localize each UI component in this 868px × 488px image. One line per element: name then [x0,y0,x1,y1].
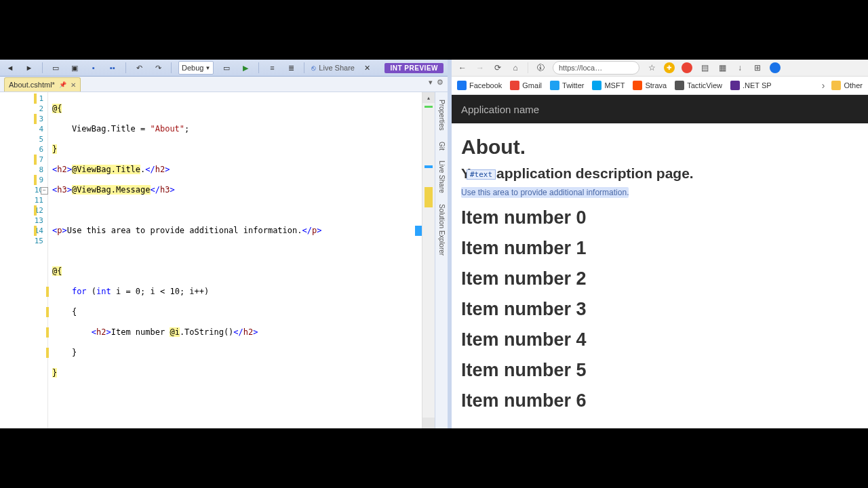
configuration-dropdown[interactable]: Debug ▼ [178,61,214,75]
live-share-icon: ⎋ [311,64,316,72]
item-heading-4: Item number 4 [461,329,859,350]
bookmark-msft[interactable]: MSFT [592,81,625,90]
bookmarks-bar: Facebook Gmail Twitter MSFT Strava Tacti… [452,77,868,95]
vs-toolbar: ◄ ► ▭ ▣ ▪ ▪▪ ↶ ↷ Debug ▼ ▭ ▶ ≡ ≣ ⎋Live S… [0,60,448,77]
code-text[interactable]: @{ ViewBag.Title = "About"; } <h2>@ViewB… [48,92,422,428]
tab-filename: About.cshtml* [9,81,55,89]
close-tab-icon[interactable]: ✕ [71,81,76,89]
bookmark-facebook[interactable]: Facebook [457,81,502,90]
platform-icon[interactable]: ▭ [220,62,233,74]
document-tabstrip: About.cshtml* 📌 ✕ ▾ ⚙ [0,77,448,92]
page-subtitle: Your application description page. #text [461,165,694,182]
scroll-up-icon[interactable]: ▴ [422,92,435,103]
code-editor[interactable]: 1 2 3 4 5 6 7 8 9 −10 11 12 13 14 15 @{ … [0,92,448,428]
misc-icon-2[interactable]: ≣ [285,62,297,74]
brand-label[interactable]: Application name [461,104,539,115]
item-heading-2: Item number 2 [461,268,859,289]
browser-fwd-icon[interactable]: → [475,62,486,73]
site-info-icon[interactable]: 🛈 [535,62,546,73]
bookmark-tacticview[interactable]: TacticView [675,81,722,90]
browser-preview-pane: ← → ⟳ ⌂ 🛈 https://loca… ☆ ✚ ▤ ▦ ↓ ⊞ Face… [452,60,868,428]
misc-icon-1[interactable]: ≡ [266,62,278,74]
site-navbar: Application name [452,95,868,123]
browser-back-icon[interactable]: ← [457,62,468,73]
bookmark-gmail[interactable]: Gmail [510,81,542,90]
browser-toolbar: ← → ⟳ ⌂ 🛈 https://loca… ☆ ✚ ▤ ▦ ↓ ⊞ [452,60,868,77]
profile-avatar-icon[interactable] [770,62,781,73]
live-share-tab[interactable]: Live Share [437,156,447,198]
bookmark-star-icon[interactable]: ☆ [646,62,657,73]
highlighted-paragraph: Use this area to provide additional info… [461,187,629,198]
caret-indicator [415,226,422,236]
new-file-icon[interactable]: ▭ [50,62,62,74]
save-all-icon[interactable]: ▪▪ [106,62,119,74]
vs-editor-pane: ◄ ► ▭ ▣ ▪ ▪▪ ↶ ↷ Debug ▼ ▭ ▶ ≡ ≣ ⎋Live S… [0,60,448,428]
ext-icon-5[interactable]: ↓ [734,62,745,73]
bookmark-twitter[interactable]: Twitter [550,81,584,90]
page-content: About. Your application description page… [452,123,868,428]
open-icon[interactable]: ▣ [68,62,81,74]
ext-icon-6[interactable]: ⊞ [752,62,763,73]
item-heading-1: Item number 1 [461,238,859,259]
live-share-button[interactable]: ⎋Live Share [311,64,355,72]
line-number-gutter: 1 2 3 4 5 6 7 8 9 −10 11 12 13 14 15 [0,92,48,428]
bookmark-strava[interactable]: Strava [633,81,667,90]
live-share-close-icon[interactable]: ✕ [361,62,374,74]
document-tab-about[interactable]: About.cshtml* 📌 ✕ [4,77,81,92]
solution-explorer-tab[interactable]: Solution Explorer [437,199,447,260]
tool-window-tabs: Properties Git Live Share Solution Explo… [435,92,448,428]
item-heading-6: Item number 6 [461,390,859,411]
inspector-badge: #text [467,169,496,180]
fold-icon[interactable]: − [41,187,48,195]
pin-icon[interactable]: 📌 [59,81,66,88]
folder-icon [831,81,841,90]
tab-settings-icon[interactable]: ⚙ [437,78,443,87]
ext-icon-1[interactable]: ✚ [664,62,675,73]
nav-fwd-icon[interactable]: ► [23,62,35,74]
bookmark-dotnet-sp[interactable]: .NET SP [730,81,772,90]
address-bar[interactable]: https://loca… [553,61,639,75]
browser-reload-icon[interactable]: ⟳ [492,62,503,73]
redo-icon[interactable]: ↷ [152,62,164,74]
save-icon[interactable]: ▪ [87,62,100,74]
item-heading-3: Item number 3 [461,299,859,320]
item-heading-5: Item number 5 [461,360,859,381]
undo-icon[interactable]: ↶ [133,62,145,74]
git-tab[interactable]: Git [437,137,447,155]
nav-back-icon[interactable]: ◄ [4,62,16,74]
tab-overflow-icon[interactable]: ▾ [429,78,433,87]
ext-icon-4[interactable]: ▦ [717,62,728,73]
item-heading-0: Item number 0 [461,207,859,228]
properties-tab[interactable]: Properties [437,95,447,136]
bookmark-other-folder[interactable]: Other [831,81,863,90]
run-icon[interactable]: ▶ [239,62,252,74]
editor-vertical-scrollbar[interactable]: ▴ [422,92,435,428]
bookmarks-overflow-icon[interactable]: › [822,80,825,91]
ext-icon-2[interactable] [682,62,692,73]
page-title: About. [461,136,859,159]
browser-home-icon[interactable]: ⌂ [510,62,521,73]
ext-icon-3[interactable]: ▤ [699,62,710,73]
int-preview-badge[interactable]: INT PREVIEW [384,63,443,73]
rendered-page[interactable]: Application name About. Your application… [452,95,868,428]
